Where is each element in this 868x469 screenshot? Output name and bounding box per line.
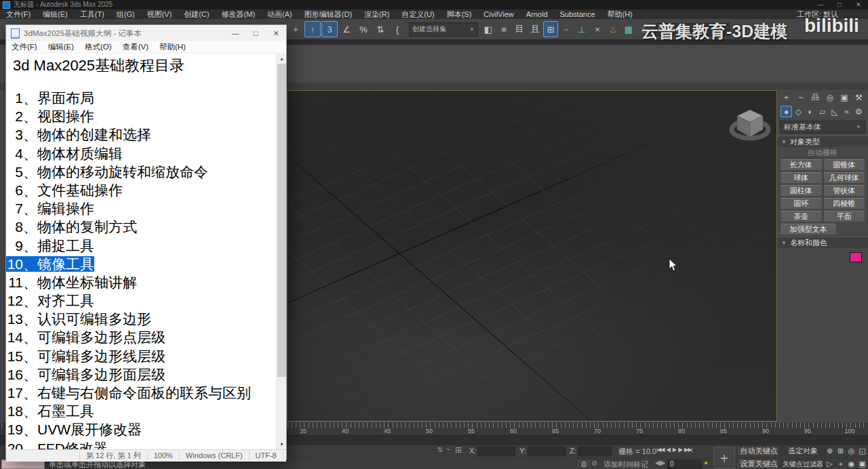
primitive-button-8[interactable]: 茶壶 <box>781 211 822 222</box>
maximize-button[interactable]: □ <box>830 0 849 9</box>
menu-item-12[interactable]: CivilView <box>477 9 519 19</box>
minimize-button[interactable]: — <box>811 0 830 9</box>
primitive-button-4[interactable]: 圆柱体 <box>781 185 822 196</box>
menu-item-0[interactable]: 文件(F) <box>0 9 37 19</box>
autogrid-toggle[interactable]: 自动栅格 <box>777 147 868 159</box>
textplus-button[interactable]: 加强型文本 <box>781 224 836 234</box>
notepad-close-button[interactable]: ✕ <box>266 25 286 41</box>
x-coordinate-field[interactable] <box>477 447 515 456</box>
menu-item-7[interactable]: 动画(A) <box>261 9 298 19</box>
material-editor-icon[interactable]: × <box>590 21 605 37</box>
list-item-text[interactable]: 6、文件基础操作 <box>6 182 123 198</box>
render-icon[interactable]: ♨ <box>637 21 652 37</box>
percent-snap-icon[interactable]: % <box>355 21 372 37</box>
select-and-move-icon[interactable]: ＋ <box>288 21 304 37</box>
list-item-text[interactable]: 18、石墨工具 <box>6 403 94 419</box>
notepad-menu-item-1[interactable]: 编辑(E) <box>43 42 79 52</box>
list-item-text[interactable]: 14、可编辑多边形点层级 <box>6 329 165 345</box>
playback-button-4[interactable]: ▶▶| <box>684 447 692 453</box>
zoom-icon[interactable]: ⊕ <box>825 446 835 455</box>
list-item-text[interactable]: 9、捕捉工具 <box>6 238 94 253</box>
mirror-icon[interactable]: ◧ <box>481 21 496 37</box>
zoom-region-icon[interactable]: ◱ <box>857 446 867 455</box>
select-object-icon[interactable]: ↑ <box>304 21 321 37</box>
shapes-category-icon[interactable]: ◇ <box>793 106 804 117</box>
lights-category-icon[interactable]: ◐ <box>805 106 816 117</box>
orbit-icon[interactable]: ◉ <box>846 459 856 468</box>
playback-button-1[interactable]: ◀| <box>666 447 670 453</box>
primitive-button-7[interactable]: 四棱锥 <box>824 198 865 209</box>
cameras-category-icon[interactable]: ▱ <box>816 106 828 117</box>
frame-spinner-icon[interactable]: ◀▶ <box>655 459 665 466</box>
list-item-text[interactable]: 16、可编辑多边形面层级 <box>6 367 165 382</box>
list-item-text[interactable]: 17、右键与右侧命令面板的联系与区别 <box>6 385 251 401</box>
menu-item-5[interactable]: 创建(C) <box>178 9 215 19</box>
isolate-selection-toggle[interactable]: 0 <box>576 459 591 469</box>
list-item-text[interactable]: 1、界面布局 <box>6 90 94 106</box>
primitive-button-9[interactable]: 平面 <box>824 211 865 222</box>
schematic-view-icon[interactable]: ⊥ <box>574 21 589 37</box>
primitive-button-3[interactable]: 几何球体 <box>824 172 865 183</box>
z-coordinate-field[interactable] <box>578 447 612 456</box>
notepad-menu-item-3[interactable]: 查看(V) <box>117 42 154 52</box>
selection-filter-dropdown[interactable]: 选定对象 <box>778 446 827 456</box>
hierarchy-tab-icon[interactable]: 品 <box>810 91 821 103</box>
menu-item-2[interactable]: 工具(T) <box>74 9 111 19</box>
absolute-mode-icon[interactable]: ⊞ <box>455 445 462 455</box>
menu-item-1[interactable]: 编辑(E) <box>37 9 74 19</box>
menu-item-14[interactable]: Substance <box>554 9 601 19</box>
motion-tab-icon[interactable]: ◎ <box>824 91 835 103</box>
pan-icon[interactable]: ＋ <box>835 459 846 468</box>
list-item-text[interactable]: 11、物体坐标轴讲解 <box>6 274 137 290</box>
field-of-view-icon[interactable]: ▷ <box>825 459 835 468</box>
scrollbar-thumb[interactable] <box>277 64 286 377</box>
object-type-rollout[interactable]: ▼ 对象类型 <box>777 136 868 147</box>
notepad-scrollbar[interactable]: ▲ ▼ <box>276 54 286 449</box>
primitive-category-dropdown[interactable]: 标准基本体 ▼ <box>780 121 865 134</box>
layer-explorer-icon[interactable]: 目 <box>512 21 527 37</box>
spinner-snap-icon[interactable]: ⇅ <box>372 21 389 37</box>
name-color-rollout[interactable]: ▼ 名称和颜色 <box>777 237 868 248</box>
list-item-text[interactable]: 4、物体材质编辑 <box>6 146 123 161</box>
edit-named-selection-sets-icon[interactable]: { <box>389 21 406 37</box>
primitive-button-2[interactable]: 球体 <box>781 172 822 183</box>
list-item-text[interactable]: 12、对齐工具 <box>6 293 94 308</box>
snaps-toggle-icon[interactable]: 3 <box>321 21 338 37</box>
maximize-viewport-icon[interactable]: ▣ <box>857 459 867 468</box>
selection-lock-toggle-icon[interactable]: ⊘ <box>591 459 597 468</box>
list-item-text[interactable]: 2、视图操作 <box>6 108 94 124</box>
zoom-all-icon[interactable]: ⊞ <box>835 446 846 455</box>
angle-snap-icon[interactable]: ∠ <box>338 21 355 37</box>
scroll-down-icon[interactable]: ▼ <box>277 439 286 449</box>
menu-item-10[interactable]: 自定义(U) <box>395 9 440 19</box>
render-setup-icon[interactable]: ♨ <box>606 21 620 37</box>
add-time-tag[interactable]: 添加时间标记 <box>604 460 648 469</box>
list-item-text[interactable]: 19、UVW展开修改器 <box>6 422 142 437</box>
notepad-titlebar[interactable]: 3dMax2025基础视频大纲 - 记事本 — □ ✕ <box>6 25 286 41</box>
notepad-minimize-button[interactable]: — <box>225 25 245 41</box>
menu-item-8[interactable]: 图形编辑器(D) <box>298 9 358 19</box>
perspective-viewport[interactable] <box>287 90 777 422</box>
time-tag-icon[interactable]: ~ <box>446 446 450 453</box>
menu-item-6[interactable]: 修改器(M) <box>216 9 262 19</box>
curve-editor-icon[interactable]: ~ <box>559 21 574 37</box>
primitive-button-5[interactable]: 管状体 <box>824 185 865 196</box>
primitive-button-1[interactable]: 圆锥体 <box>824 159 865 170</box>
selection-lock-icon[interactable]: ⇅ <box>437 446 443 453</box>
playback-button-3[interactable]: |▶ <box>678 447 682 453</box>
list-item-text[interactable]: 7、编辑操作 <box>6 201 94 216</box>
set-key-button[interactable]: 设置关键点 <box>736 459 781 469</box>
scene-explorer-icon[interactable]: 且 <box>528 21 542 37</box>
playback-button-2[interactable]: ▶ <box>673 447 676 453</box>
menu-item-9[interactable]: 渲染(R) <box>358 9 395 19</box>
key-filters-button[interactable]: 关键点过滤器 <box>778 459 827 469</box>
display-tab-icon[interactable]: ▣ <box>839 91 850 103</box>
systems-category-icon[interactable]: ⚙ <box>853 106 865 117</box>
notepad-text-area[interactable]: 3d Max2025基础教程目录 1、界面布局2、视图操作3、物体的创建和选择4… <box>6 54 286 449</box>
auto-key-button[interactable]: 自动关键点 <box>736 446 781 456</box>
toggle-key-mode-button[interactable]: ＋ <box>713 447 735 469</box>
notepad-menu-item-0[interactable]: 文件(F) <box>6 42 43 52</box>
list-item-text[interactable]: 10、镜像工具 <box>6 256 94 272</box>
workspace-selector[interactable]: 工作区: 默认 <box>797 9 838 20</box>
notepad-menu-item-2[interactable]: 格式(O) <box>79 42 117 52</box>
